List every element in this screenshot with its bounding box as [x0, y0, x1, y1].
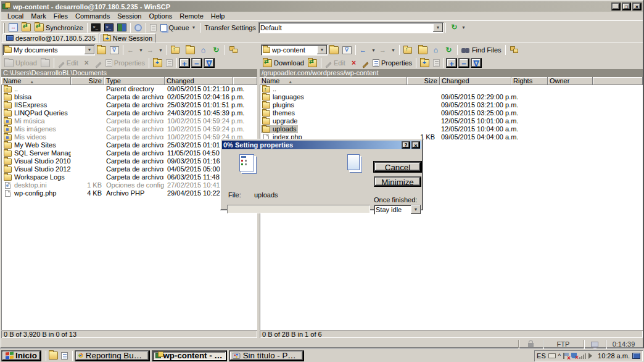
remote-open-directory-button[interactable]	[328, 44, 341, 56]
menu-session[interactable]: Session	[114, 12, 145, 20]
file-row[interactable]: Visual Studio 2010Carpeta de archivos09/…	[1, 157, 257, 165]
file-row[interactable]: uploads12/05/2015 10:04:00 a.m.	[260, 125, 643, 133]
local-back-button[interactable]: ←▼	[125, 44, 145, 56]
cancel-button[interactable]: Cancel	[374, 162, 421, 172]
file-row[interactable]: Workspace LogsCarpeta de archivos06/03/2…	[1, 173, 257, 181]
file-row[interactable]: desktop.ini1 KBOpciones de config...27/0…	[1, 181, 257, 189]
remote-desktop-tray-icon[interactable]	[632, 353, 640, 359]
file-row[interactable]: upgrade12/05/2015 10:01:00 a.m.	[260, 117, 643, 125]
transfer-settings-combo[interactable]: Default ▼	[258, 22, 444, 33]
file-row[interactable]: themes09/05/2015 03:25:00 p.m.	[260, 109, 643, 117]
remote-back-button[interactable]: ←▼	[358, 44, 378, 56]
minimize-button[interactable]: _	[611, 2, 621, 10]
file-row[interactable]: plugins09/05/2015 03:21:00 p.m.	[260, 101, 643, 109]
file-row[interactable]: Mis videosCarpeta de archivos10/02/2015 …	[1, 133, 257, 141]
file-row[interactable]: My Web SitesCarpeta de archivos25/03/201…	[1, 141, 257, 149]
taskbar-button-paint[interactable]: Sin título - Paint	[229, 350, 304, 361]
swap-panels-button[interactable]	[115, 22, 128, 34]
remote-unselect-button[interactable]: −	[458, 58, 469, 68]
file-row[interactable]: SQL Server Manageme...Carpeta de archivo…	[1, 149, 257, 157]
local-new-folder-button[interactable]	[151, 57, 164, 68]
remote-column-size[interactable]: Size	[407, 77, 440, 85]
tab-new-session[interactable]: New Session	[99, 33, 156, 43]
local-new-file-button[interactable]	[164, 57, 175, 68]
file-row[interactable]: Mis imágenesCarpeta de archivos10/02/201…	[1, 125, 257, 133]
menu-commands[interactable]: Commands	[72, 12, 114, 20]
file-row[interactable]: IISExpressCarpeta de archivos25/03/2015 …	[1, 101, 257, 109]
synchronize-button[interactable]: Synchronize	[33, 22, 85, 34]
file-row[interactable]: ..Parent directory09/05/2015 01:21:10 p.…	[1, 85, 257, 93]
local-path[interactable]: C:\Users\DesarrolloBL\Documents	[1, 69, 257, 77]
local-forward-button[interactable]: →▼	[145, 44, 165, 56]
keyboard-icon[interactable]	[548, 353, 556, 358]
file-row[interactable]: Mi músicaCarpeta de archivos10/02/2015 0…	[1, 117, 257, 125]
menu-help[interactable]: Help	[207, 12, 229, 20]
local-drive-dropdown-arrow[interactable]: ▼	[85, 46, 94, 54]
local-properties-button[interactable]: Properties	[104, 57, 147, 68]
local-tree-button[interactable]	[227, 44, 239, 56]
local-root-directory-button[interactable]	[184, 44, 197, 56]
remote-new-folder-button[interactable]	[418, 57, 431, 68]
dialog-close-button[interactable]: ×	[411, 141, 420, 149]
console-button[interactable]	[102, 22, 115, 34]
menu-mark[interactable]: Mark	[27, 12, 49, 20]
local-filter-toggle-button[interactable]: ∇	[204, 58, 215, 68]
remote-column-owner[interactable]: Owner	[548, 77, 593, 85]
once-finished-combo[interactable]: Stay idle ▼	[374, 205, 421, 215]
remote-column-changed[interactable]: Changed	[440, 77, 511, 85]
volume-icon[interactable]	[588, 353, 595, 359]
local-edit-button[interactable]: Edit	[56, 57, 80, 68]
open-terminal-button[interactable]	[89, 22, 102, 34]
quicklaunch-explorer-button[interactable]	[48, 350, 59, 361]
file-row[interactable]: ..	[260, 85, 643, 93]
preferences-button[interactable]	[133, 22, 144, 34]
local-unselect-button[interactable]: −	[191, 58, 202, 68]
column-name[interactable]: Name▲	[1, 77, 71, 85]
menu-local[interactable]: Local	[4, 12, 27, 20]
column-size[interactable]: Size	[71, 77, 104, 85]
local-select-button[interactable]: +	[179, 58, 190, 68]
local-parent-directory-button[interactable]	[169, 44, 184, 56]
menu-files[interactable]: Files	[50, 12, 72, 20]
remote-filter-toggle-button[interactable]: ∇	[471, 58, 482, 68]
once-finished-dropdown-arrow[interactable]: ▼	[411, 205, 421, 214]
close-button[interactable]: ×	[632, 2, 642, 10]
tab-session-active[interactable]: desarrollo@107.180.5.235	[2, 33, 99, 43]
remote-root-directory-button[interactable]	[416, 44, 429, 56]
refresh-remote-button[interactable]: ↻▼	[448, 22, 468, 34]
transfer-settings-dropdown-arrow[interactable]: ▼	[433, 23, 443, 32]
remote-forward-button[interactable]: →▼	[378, 44, 397, 56]
file-row[interactable]: languages09/05/2015 02:29:00 p.m.	[260, 93, 643, 101]
download-button[interactable]: Download	[261, 57, 306, 68]
local-drive-combo[interactable]: My documents ▼	[2, 44, 95, 56]
column-type[interactable]: Type	[104, 77, 165, 85]
compare-directories-button[interactable]	[7, 22, 20, 34]
queue-dropdown-arrow[interactable]: ▼	[192, 25, 196, 30]
menu-options[interactable]: Options	[145, 12, 176, 20]
local-refresh-button[interactable]: ↻	[210, 44, 223, 56]
remote-drive-combo[interactable]: wp-content ▼	[261, 44, 328, 56]
file-row[interactable]: Visual Studio 2012Carpeta de archivos04/…	[1, 165, 257, 173]
remote-column-rights[interactable]: Rights	[511, 77, 548, 85]
remote-select-button[interactable]: +	[446, 58, 457, 68]
transfer-list-button[interactable]	[148, 22, 159, 34]
restore-button[interactable]: ❐	[622, 2, 631, 10]
refresh-dropdown-arrow[interactable]: ▼	[461, 25, 466, 30]
remote-home-button[interactable]: ⌂	[429, 44, 442, 56]
remote-new-file-button[interactable]	[431, 57, 442, 68]
language-indicator[interactable]: ES	[537, 352, 546, 360]
local-rename-button[interactable]	[93, 57, 104, 68]
file-row[interactable]: wp-config.php4 KBArchivo PHP29/04/2015 1…	[1, 189, 257, 197]
menu-remote[interactable]: Remote	[176, 12, 207, 20]
quicklaunch-notepad-button[interactable]	[59, 350, 70, 361]
remote-column-name[interactable]: Name▲	[260, 77, 407, 85]
remote-rename-button[interactable]	[360, 57, 371, 68]
local-delete-button[interactable]: ×	[80, 57, 93, 68]
find-files-button[interactable]: Find Files	[460, 44, 503, 56]
download-and-delete-button[interactable]	[306, 57, 319, 68]
remote-tree-button[interactable]	[508, 44, 520, 56]
file-row[interactable]: LINQPad QueriesCarpeta de archivos24/03/…	[1, 109, 257, 117]
remote-filter-button[interactable]	[341, 44, 353, 56]
upload-and-delete-button[interactable]	[39, 57, 52, 68]
security-alert-icon[interactable]	[563, 353, 569, 359]
